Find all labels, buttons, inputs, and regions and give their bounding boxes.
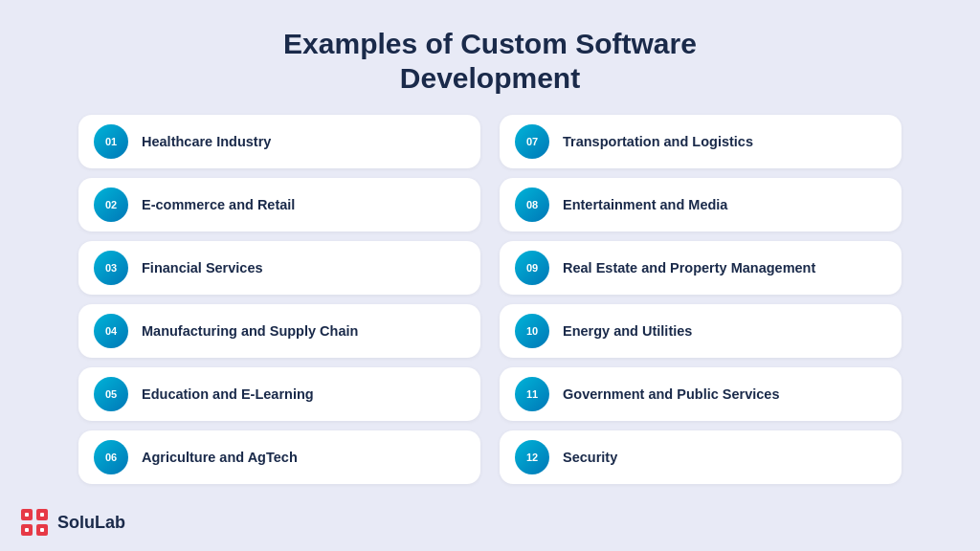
list-item: 02E-commerce and Retail [78,178,480,231]
item-badge: 10 [515,314,549,348]
svg-rect-4 [25,513,29,517]
svg-rect-7 [40,528,44,532]
list-item: 07Transportation and Logistics [500,115,902,168]
item-label: Financial Services [142,259,263,277]
item-badge: 12 [515,440,549,474]
footer: SoluLab [19,507,125,538]
list-item: 08Entertainment and Media [500,178,902,231]
page-title: Examples of Custom Software Development [283,27,697,96]
item-label: Government and Public Services [563,386,779,404]
item-label: Healthcare Industry [142,133,271,151]
item-badge: 07 [515,124,549,159]
logo-text: SoluLab [57,513,125,533]
item-badge: 06 [94,440,128,474]
item-badge: 08 [515,187,549,222]
list-item: 11Government and Public Services [500,367,902,421]
list-item: 03Financial Services [78,241,480,295]
item-label: E-commerce and Retail [142,196,295,214]
list-item: 01Healthcare Industry [78,115,480,168]
item-badge: 03 [94,251,128,285]
item-label: Education and E-Learning [142,386,314,404]
solulab-logo-icon [19,507,50,538]
list-item: 10Energy and Utilities [500,304,902,358]
list-item: 04Manufacturing and Supply Chain [78,304,480,358]
item-badge: 05 [94,377,128,411]
svg-rect-5 [40,513,44,517]
item-badge: 01 [94,124,128,159]
svg-rect-6 [25,528,29,532]
item-badge: 02 [94,187,128,222]
item-badge: 04 [94,314,128,348]
item-label: Security [563,449,617,467]
list-item: 09Real Estate and Property Management [500,241,902,295]
list-item: 12Security [500,430,902,484]
list-item: 05Education and E-Learning [78,367,480,421]
item-label: Agriculture and AgTech [142,449,298,467]
item-label: Manufacturing and Supply Chain [142,322,358,341]
items-grid: 01Healthcare Industry07Transportation an… [78,115,902,484]
list-item: 06Agriculture and AgTech [78,430,480,484]
item-label: Real Estate and Property Management [563,259,815,277]
item-label: Energy and Utilities [563,322,692,341]
item-label: Transportation and Logistics [563,133,753,151]
item-label: Entertainment and Media [563,196,727,214]
item-badge: 09 [515,251,549,285]
item-badge: 11 [515,377,549,411]
